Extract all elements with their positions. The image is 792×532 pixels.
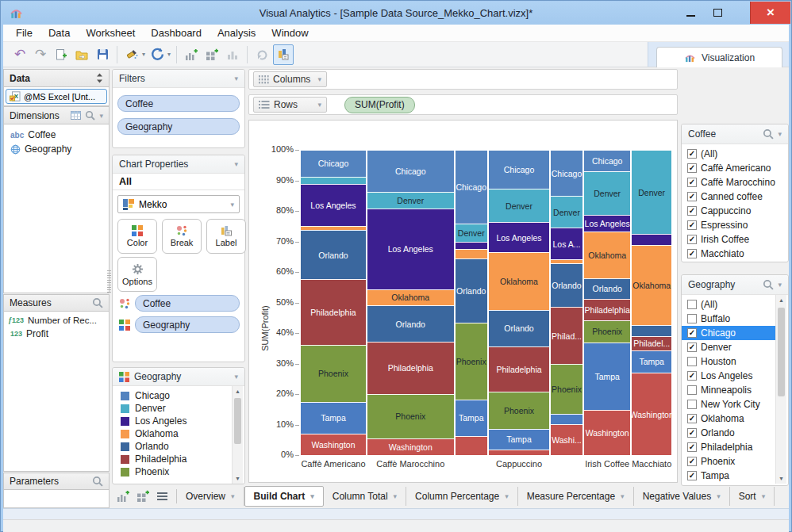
- checkbox-icon[interactable]: ✓: [687, 328, 697, 338]
- chart-properties-header[interactable]: Chart Properties ▾: [113, 155, 244, 174]
- connect-dropdown-icon[interactable]: ▾: [142, 51, 145, 58]
- menu-dashboard[interactable]: Dashboard: [143, 25, 210, 42]
- save-icon[interactable]: [93, 45, 112, 64]
- scroll-up-icon[interactable]: ▲: [233, 386, 243, 396]
- measure-item-profit[interactable]: 123 Profit: [4, 327, 109, 341]
- search-icon[interactable]: [92, 476, 103, 487]
- tab-overview[interactable]: Overview ▾: [177, 487, 244, 506]
- checkbox-icon[interactable]: ✓: [687, 149, 697, 159]
- geography-filter-item-oklahoma[interactable]: ✓ Oklahoma: [682, 411, 775, 426]
- tab-build-chart[interactable]: Build Chart ▾: [244, 486, 324, 507]
- checkbox-icon[interactable]: ✓: [687, 371, 697, 381]
- coffee-filter-item-macchiato[interactable]: ✓ Macchiato: [682, 247, 788, 260]
- add-grid-icon[interactable]: [136, 490, 149, 503]
- mekko-chart-button[interactable]: [273, 44, 294, 65]
- add-chart-icon[interactable]: [182, 45, 201, 64]
- search-icon[interactable]: [763, 128, 774, 140]
- geography-filter-header[interactable]: Geography ▾: [682, 275, 788, 295]
- visualization-tab[interactable]: Visualization: [656, 47, 782, 67]
- options-button[interactable]: Options: [117, 257, 157, 292]
- color-field-pill[interactable]: Geography: [135, 316, 240, 333]
- geography-filter-item-minneapolis[interactable]: Minneapolis: [682, 383, 775, 397]
- menu-data[interactable]: Data: [40, 25, 78, 42]
- undo-icon[interactable]: ↶: [10, 45, 29, 64]
- coffee-filter-item-espressino[interactable]: ✓ Espressino: [682, 218, 788, 232]
- break-field-pill[interactable]: Coffee: [135, 295, 240, 312]
- data-panel-header[interactable]: Data: [3, 69, 110, 87]
- geography-filter-item-chicago[interactable]: ✓ Chicago: [682, 326, 775, 340]
- coffee-filter-header[interactable]: Coffee ▾: [682, 124, 788, 144]
- splitter-handle[interactable]: [107, 270, 111, 293]
- parameters-header[interactable]: Parameters: [3, 473, 110, 490]
- checkbox-icon[interactable]: ✓: [687, 206, 697, 216]
- search-icon[interactable]: [85, 110, 95, 121]
- refresh-dropdown-icon[interactable]: ▾: [167, 51, 171, 58]
- legend-item-chicago[interactable]: Chicago: [113, 389, 244, 402]
- add-chart-icon[interactable]: [117, 490, 129, 503]
- filter-pill-coffee[interactable]: Coffee: [117, 95, 240, 112]
- scroll-down-icon[interactable]: ▼: [233, 473, 243, 484]
- tab-list-icon[interactable]: [156, 492, 168, 501]
- tab-negative-values[interactable]: Negative Values ▾: [634, 487, 730, 506]
- menu-analysis[interactable]: Analysis: [210, 25, 263, 42]
- checkbox-icon[interactable]: [687, 314, 697, 323]
- bar-chart-icon[interactable]: [223, 45, 242, 64]
- coffee-filter-item-caff-americano[interactable]: ✓ Caffè Americano: [682, 161, 788, 175]
- checkbox-icon[interactable]: ✓: [687, 220, 697, 230]
- geography-filter-item-denver[interactable]: ✓ Denver: [682, 340, 775, 354]
- geography-filter-item-all[interactable]: (All): [682, 297, 775, 312]
- legend-item-philadelphia[interactable]: Philadelphia: [113, 453, 244, 465]
- geography-filter-item-los-angeles[interactable]: ✓ Los Angeles: [682, 369, 775, 383]
- checkbox-icon[interactable]: ✓: [687, 442, 697, 452]
- checkbox-icon[interactable]: ✓: [687, 428, 697, 438]
- tab-column-percentage[interactable]: Column Percentage ▾: [406, 487, 518, 506]
- chevron-down-icon[interactable]: ▾: [778, 281, 782, 289]
- rows-field-pill[interactable]: SUM(Profit): [344, 97, 415, 113]
- break-button[interactable]: Break: [162, 219, 202, 254]
- checkbox-icon[interactable]: ✓: [687, 343, 697, 352]
- coffee-filter-item-caff-marocchino[interactable]: ✓ Caffè Marocchino: [682, 175, 788, 189]
- legend-scrollbar[interactable]: ▲ ▼: [232, 386, 243, 484]
- geography-filter-item-washington[interactable]: ✓ Washington: [682, 483, 775, 484]
- close-button[interactable]: ×: [750, 2, 790, 24]
- search-icon[interactable]: [92, 297, 103, 308]
- redo-icon[interactable]: ↷: [31, 45, 50, 64]
- data-source-selected[interactable]: X @MS Excel [Unt...: [6, 89, 107, 104]
- legend-item-denver[interactable]: Denver: [113, 402, 244, 415]
- new-file-icon[interactable]: [52, 45, 71, 64]
- geography-filter-item-buffalo[interactable]: Buffalo: [682, 312, 775, 326]
- coffee-filter-item-canned-coffee[interactable]: ✓ Canned coffee: [682, 189, 788, 204]
- scroll-down-icon[interactable]: ▼: [776, 473, 786, 484]
- geography-scrollbar[interactable]: ▲ ▼: [775, 295, 786, 484]
- open-folder-icon[interactable]: [72, 45, 91, 64]
- collapse-icon[interactable]: ▾: [234, 373, 238, 381]
- checkbox-icon[interactable]: ✓: [687, 192, 697, 201]
- checkbox-icon[interactable]: [687, 357, 697, 366]
- color-button[interactable]: Color: [117, 219, 157, 254]
- scroll-thumb[interactable]: [778, 308, 785, 396]
- coffee-filter-item-all[interactable]: ✓ (All): [682, 147, 788, 161]
- legend-item-los-angeles[interactable]: Los Angeles: [113, 415, 244, 427]
- checkbox-icon[interactable]: ✓: [687, 178, 697, 187]
- legend-header[interactable]: Geography ▾: [113, 368, 244, 386]
- connect-data-icon[interactable]: [122, 45, 141, 64]
- scroll-thumb[interactable]: [234, 398, 241, 444]
- legend-item-orlando[interactable]: Orlando: [113, 440, 244, 453]
- columns-shelf[interactable]: Columns ▾: [248, 69, 678, 90]
- dimension-item-coffee[interactable]: abc Coffee: [4, 128, 109, 142]
- filters-panel-header[interactable]: Filters ▾: [113, 70, 244, 88]
- dimension-item-geography[interactable]: Geography: [4, 142, 109, 156]
- minimize-button[interactable]: [678, 2, 703, 24]
- chevron-down-icon[interactable]: ▾: [778, 130, 782, 138]
- maximize-button[interactable]: [705, 2, 730, 24]
- chart-type-select[interactable]: Mekko ▾: [117, 195, 240, 213]
- dimensions-header[interactable]: Dimensions ▾: [3, 106, 110, 124]
- add-grid-icon[interactable]: [202, 45, 221, 64]
- checkbox-icon[interactable]: ✓: [687, 249, 697, 258]
- rows-shelf-button[interactable]: Rows ▾: [253, 97, 327, 113]
- columns-shelf-button[interactable]: Columns ▾: [253, 71, 327, 87]
- coffee-filter-item-cappuccino[interactable]: ✓ Cappuccino: [682, 204, 788, 218]
- checkbox-icon[interactable]: ✓: [687, 457, 697, 466]
- scope-row[interactable]: All: [113, 174, 244, 190]
- geography-filter-item-tampa[interactable]: ✓ Tampa: [682, 469, 775, 483]
